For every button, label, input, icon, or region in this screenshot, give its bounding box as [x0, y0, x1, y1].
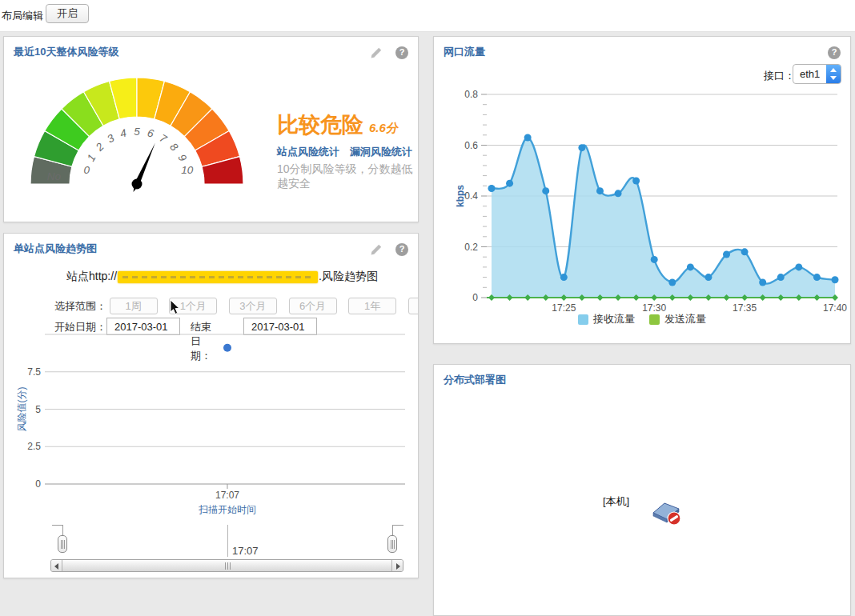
edit-pencil-icon[interactable] [370, 46, 383, 59]
interface-selected-value: eth1 [800, 68, 820, 80]
local-machine-label: [本机] [603, 494, 629, 509]
svg-text:0.8: 0.8 [464, 89, 478, 100]
slider-right-bracket [392, 525, 393, 535]
svg-text:5: 5 [134, 126, 140, 138]
interface-select[interactable]: eth1 [793, 64, 841, 84]
send-swatch-icon [649, 314, 660, 325]
layout-edit-toggle-button[interactable]: 开启 [46, 4, 89, 23]
panel-port-traffic: 网口流量 接口： eth1 00.20.40.60.817:2517:3017:… [433, 36, 851, 344]
svg-text:No: No [47, 170, 62, 182]
interface-label: 接口： [764, 69, 795, 83]
svg-text:0: 0 [472, 292, 478, 303]
slider-center-mark [227, 525, 228, 557]
help-icon[interactable] [395, 243, 408, 256]
legend-label: 发送流量 [664, 312, 706, 326]
panel-title: 单站点风险趋势图 [14, 242, 97, 256]
panel-title: 最近10天整体风险等级 [14, 45, 118, 59]
panel-deployment: 分布式部署图 [本机] [433, 364, 851, 616]
edit-pencil-icon[interactable] [370, 243, 383, 256]
svg-text:7.5: 7.5 [27, 366, 41, 378]
range-button-1week[interactable]: 1周 [110, 298, 158, 314]
risk-score: 6.6分 [369, 121, 398, 134]
select-stepper-icon [826, 65, 841, 83]
slider-right-bracket [392, 525, 403, 526]
risk-links: 站点风险统计漏洞风险统计 [277, 145, 419, 159]
trend-scrollbar[interactable] [50, 559, 403, 572]
svg-text:17:07: 17:07 [215, 490, 239, 501]
panel-site-risk-trend: 单站点风险趋势图 站点http:// .风险趋势图 选择范围： 1周 1个月 3… [3, 233, 419, 578]
site-url-suffix: .风险趋势图 [319, 270, 378, 284]
panel-title: 网口流量 [444, 45, 485, 59]
range-label: 选择范围： [54, 300, 106, 312]
slider-right-handle[interactable] [387, 535, 397, 553]
svg-text:4: 4 [118, 127, 127, 140]
panel-title: 分布式部署图 [444, 373, 506, 387]
risk-status: 比较危险6.6分 [277, 110, 398, 139]
risk-status-text: 比较危险 [277, 113, 363, 137]
risk-gauge-chart: No012345678910 [26, 67, 252, 197]
range-button-1month[interactable]: 1个月 [169, 298, 217, 314]
slider-left-bracket [52, 525, 63, 526]
svg-text:kbps: kbps [455, 185, 466, 207]
svg-text:扫描开始时间: 扫描开始时间 [199, 504, 256, 515]
scrollbar-right-arrow[interactable] [391, 560, 403, 571]
range-button-3month[interactable]: 3个月 [229, 298, 277, 314]
svg-text:8: 8 [167, 141, 180, 154]
slider-time-label: 17:07 [232, 545, 259, 557]
svg-text:风险值(分): 风险值(分) [16, 387, 27, 432]
scrollbar-left-arrow[interactable] [51, 560, 62, 571]
svg-text:7: 7 [158, 132, 169, 146]
site-risk-stats-link[interactable]: 站点风险统计 [277, 146, 339, 158]
range-selector-row: 选择范围： 1周 1个月 3个月 6个月 1年 全部 [54, 298, 419, 314]
svg-text:9: 9 [175, 152, 189, 163]
legend-item-receive[interactable]: 接收流量 [578, 312, 635, 326]
svg-text:1: 1 [85, 152, 98, 163]
svg-text:5: 5 [35, 404, 41, 415]
site-url-line: 站点http:// .风险趋势图 [66, 270, 378, 284]
risk-caption: 10分制风险等级，分数越低越安全 [277, 162, 418, 191]
svg-text:2: 2 [93, 140, 106, 154]
redacted-url-highlight [118, 271, 318, 283]
site-url-prefix: 站点http:// [66, 270, 117, 284]
legend-label: 接收流量 [593, 312, 635, 326]
svg-text:0.6: 0.6 [464, 140, 478, 151]
scrollbar-thumb[interactable] [62, 560, 391, 571]
receive-swatch-icon [578, 314, 588, 325]
svg-text:2.5: 2.5 [27, 441, 41, 452]
svg-text:3: 3 [105, 132, 116, 146]
svg-text:10: 10 [181, 164, 194, 176]
svg-text:6: 6 [146, 127, 155, 141]
help-icon[interactable] [395, 46, 408, 59]
risk-trend-chart: 02.557.517:07扫描开始时间风险值(分) [4, 330, 419, 522]
help-icon[interactable] [828, 46, 841, 59]
range-button-6month[interactable]: 6个月 [289, 298, 337, 314]
svg-text:0: 0 [83, 164, 90, 176]
svg-text:0.4: 0.4 [464, 190, 478, 202]
local-machine-device-icon[interactable] [651, 501, 683, 528]
traffic-area-chart: 00.20.40.60.817:2517:3017:3517:40kbps [434, 85, 851, 325]
slider-left-handle[interactable] [58, 535, 67, 553]
svg-text:0: 0 [35, 478, 41, 490]
layout-edit-toolbar: 布局编辑： 开启 [0, 0, 855, 32]
range-button-all[interactable]: 全部 [408, 298, 419, 314]
panel-overall-risk: 最近10天整体风险等级 No012345678910 比较危险6.6分 站点风险… [3, 36, 419, 222]
svg-text:0.2: 0.2 [464, 242, 478, 253]
traffic-legend: 接收流量 发送流量 [434, 312, 850, 326]
range-button-1year[interactable]: 1年 [348, 298, 396, 314]
blocked-badge-icon [668, 512, 680, 525]
vuln-risk-stats-link[interactable]: 漏洞风险统计 [350, 146, 412, 158]
legend-item-send[interactable]: 发送流量 [649, 312, 706, 326]
slider-left-bracket [62, 525, 63, 535]
